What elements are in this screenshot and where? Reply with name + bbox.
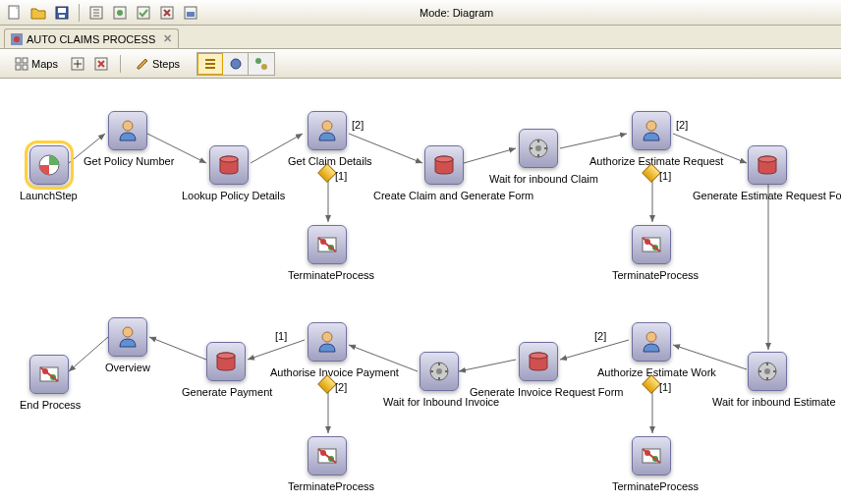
svg-point-31 — [435, 156, 453, 162]
view-node-button[interactable] — [223, 53, 249, 75]
svg-point-26 — [322, 121, 332, 131]
label-end-process: End Process — [20, 399, 81, 411]
view-mode-group — [196, 52, 275, 76]
svg-point-6 — [117, 10, 123, 16]
svg-point-20 — [255, 58, 261, 64]
label-wait-invoice: Wait for Inbound Invoice — [383, 396, 499, 408]
label-terminate4: TerminateProcess — [288, 480, 374, 492]
tab-title: AUTO CLAIMS PROCESS — [27, 33, 155, 45]
node-launchstep[interactable] — [29, 145, 69, 185]
node-wait-estimate[interactable] — [748, 352, 787, 391]
branch-claim-2: [2] — [352, 119, 364, 131]
branch-estreq-1: [1] — [659, 170, 671, 182]
svg-point-21 — [261, 64, 267, 70]
node-create-claim[interactable] — [424, 145, 464, 185]
node-authorize-estimate-work[interactable] — [632, 322, 671, 362]
open-icon[interactable] — [28, 2, 49, 24]
view-flow-button[interactable] — [249, 53, 274, 75]
svg-point-33 — [535, 145, 541, 151]
svg-rect-2 — [58, 8, 66, 13]
label-lookup-policy: Lookup Policy Details — [182, 190, 285, 201]
label-generate-payment: Generate Payment — [182, 386, 272, 398]
label-authorize-estimate-work: Authorize Estimate Work — [597, 366, 716, 378]
label-authorize-estimate-request: Authorize Estimate Request — [589, 155, 723, 167]
svg-rect-7 — [138, 7, 149, 19]
new-icon[interactable] — [4, 2, 26, 24]
node-overview[interactable] — [108, 317, 147, 357]
diagram-canvas[interactable]: LaunchStep Get Policy Number Lookup Poli… — [0, 79, 841, 504]
svg-rect-14 — [23, 58, 28, 63]
label-generate-estimate-request: Generate Estimate Request Form — [693, 190, 841, 201]
label-authorise-invoice: Authorise Invoice Payment — [270, 366, 399, 378]
node-terminate2[interactable] — [632, 225, 671, 264]
svg-point-41 — [764, 368, 770, 374]
branch-claim-1: [1] — [335, 170, 347, 182]
svg-rect-16 — [23, 65, 28, 70]
diagram-toolbar: Maps Steps — [0, 49, 841, 79]
svg-point-19 — [231, 59, 241, 69]
node-authorize-estimate-request[interactable] — [632, 111, 671, 150]
add-map-button[interactable] — [67, 53, 88, 75]
node-generate-estimate-request[interactable] — [748, 145, 787, 185]
label-wait-estimate: Wait for inbound Estimate — [712, 396, 836, 408]
branch-invoice-2: [2] — [335, 381, 347, 393]
svg-rect-10 — [187, 12, 195, 17]
pencil-icon — [136, 57, 149, 71]
svg-point-23 — [123, 121, 133, 131]
tab-bar: AUTO CLAIMS PROCESS ✕ — [0, 26, 841, 49]
mode-label: Mode: Diagram — [420, 7, 493, 19]
view-list-button[interactable] — [197, 53, 223, 75]
node-end-process[interactable] — [29, 355, 69, 394]
node-authorise-invoice[interactable] — [308, 322, 347, 362]
node-lookup-policy[interactable] — [209, 145, 249, 185]
branch-estwork-2: [2] — [594, 330, 606, 342]
branch-invoice-1: [1] — [275, 330, 287, 342]
node-terminate3[interactable] — [632, 436, 671, 476]
label-terminate1: TerminateProcess — [288, 269, 374, 281]
label-get-policy-number: Get Policy Number — [84, 155, 174, 167]
svg-rect-13 — [16, 58, 21, 63]
branch-estreq-2: [2] — [676, 119, 688, 131]
label-wait-claim: Wait for inbound Claim — [489, 173, 598, 185]
label-create-claim: Create Claim and Generate Form — [373, 190, 533, 201]
svg-point-47 — [530, 353, 547, 359]
tab-auto-claims[interactable]: AUTO CLAIMS PROCESS ✕ — [4, 28, 179, 48]
node-terminate4[interactable] — [308, 436, 347, 476]
node-wait-invoice[interactable] — [420, 352, 459, 391]
grid-icon — [15, 57, 28, 71]
svg-point-49 — [436, 368, 442, 374]
node-terminate1[interactable] — [308, 225, 347, 264]
svg-rect-3 — [59, 15, 65, 18]
node-wait-claim[interactable] — [519, 129, 558, 168]
svg-point-42 — [646, 332, 656, 342]
tool5-icon[interactable] — [180, 2, 201, 24]
save-icon[interactable] — [51, 2, 73, 24]
svg-rect-15 — [16, 65, 21, 70]
node-get-claim-details[interactable] — [308, 111, 347, 150]
label-overview: Overview — [105, 362, 150, 373]
node-generate-payment[interactable] — [206, 342, 246, 381]
svg-point-50 — [322, 332, 332, 342]
steps-button[interactable]: Steps — [129, 53, 187, 75]
delete-map-button[interactable] — [90, 53, 112, 75]
svg-point-39 — [758, 156, 776, 162]
maps-button[interactable]: Maps — [8, 53, 65, 75]
process-icon — [11, 33, 23, 45]
tool3-icon[interactable] — [133, 2, 154, 24]
main-toolbar: Mode: Diagram — [0, 0, 841, 26]
svg-point-12 — [14, 36, 20, 42]
svg-point-25 — [220, 156, 238, 162]
svg-point-34 — [646, 121, 656, 131]
label-launchstep: LaunchStep — [20, 190, 78, 201]
branch-estwork-1: [1] — [659, 381, 671, 393]
label-terminate2: TerminateProcess — [612, 269, 699, 281]
svg-point-55 — [217, 353, 235, 359]
tool4-icon[interactable] — [156, 2, 178, 24]
tool1-icon[interactable] — [85, 2, 107, 24]
node-generate-invoice-request[interactable] — [519, 342, 558, 381]
node-get-policy-number[interactable] — [108, 111, 147, 150]
tool2-icon[interactable] — [109, 2, 131, 24]
label-terminate3: TerminateProcess — [612, 480, 699, 492]
close-icon[interactable]: ✕ — [163, 32, 172, 45]
svg-point-56 — [123, 327, 133, 337]
